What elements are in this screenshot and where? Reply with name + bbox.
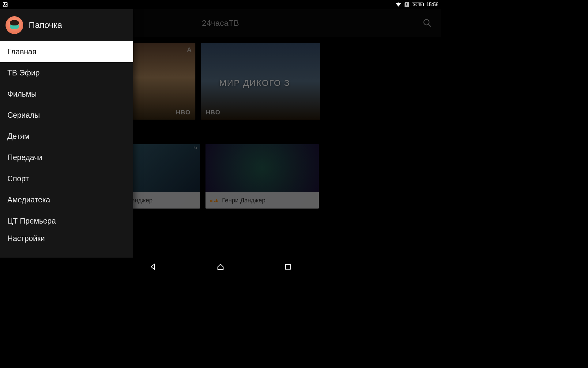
svg-rect-3 bbox=[406, 6, 407, 6]
drawer-item-label: Фильмы bbox=[7, 90, 37, 98]
drawer-item-settings[interactable]: Настройки bbox=[0, 232, 133, 247]
recent-apps-button[interactable] bbox=[282, 261, 294, 273]
drawer-item-programs[interactable]: Передачи bbox=[0, 147, 133, 168]
drawer-item-label: Спорт bbox=[7, 174, 29, 183]
drawer-list: Главная ТВ Эфир Фильмы Сериалы Детям Пер… bbox=[0, 41, 133, 258]
svg-point-1 bbox=[4, 3, 5, 4]
drawer-item-tv-live[interactable]: ТВ Эфир bbox=[0, 62, 133, 83]
drawer-item-sport[interactable]: Спорт bbox=[0, 168, 133, 189]
drawer-item-home[interactable]: Главная bbox=[0, 41, 133, 62]
drawer-item-movies[interactable]: Фильмы bbox=[0, 83, 133, 105]
drawer-item-label: Главная bbox=[7, 47, 36, 56]
avatar[interactable] bbox=[6, 16, 23, 34]
status-time: 15:58 bbox=[426, 2, 439, 7]
sd-card-warning-icon bbox=[405, 2, 409, 7]
drawer-username: Папочка bbox=[29, 20, 62, 30]
drawer-item-label: ЦТ Премьера bbox=[7, 217, 56, 225]
drawer-item-ct-premiere[interactable]: ЦТ Премьера bbox=[0, 210, 133, 232]
nav-drawer: Папочка Главная ТВ Эфир Фильмы Сериалы Д… bbox=[0, 9, 133, 258]
drawer-item-label: Передачи bbox=[7, 153, 42, 162]
svg-rect-6 bbox=[285, 264, 290, 269]
drawer-header[interactable]: Папочка bbox=[0, 9, 133, 41]
gallery-icon bbox=[2, 2, 8, 7]
back-button[interactable] bbox=[147, 261, 159, 273]
home-button[interactable] bbox=[214, 261, 227, 273]
drawer-item-label: ТВ Эфир bbox=[7, 68, 40, 77]
android-status-bar: 86 % 15:58 bbox=[0, 0, 441, 9]
wifi-icon bbox=[395, 2, 401, 7]
battery-indicator: 86 % bbox=[412, 2, 423, 7]
drawer-item-label: Детям bbox=[7, 132, 29, 141]
battery-text: 86 % bbox=[413, 2, 422, 7]
drawer-item-label: Амедиатека bbox=[7, 195, 50, 204]
drawer-item-series[interactable]: Сериалы bbox=[0, 105, 133, 126]
svg-rect-2 bbox=[406, 3, 407, 5]
drawer-item-label: Настройки bbox=[7, 234, 45, 243]
drawer-item-kids[interactable]: Детям bbox=[0, 126, 133, 147]
android-nav-bar bbox=[0, 258, 441, 276]
drawer-item-label: Сериалы bbox=[7, 111, 40, 120]
drawer-item-amediateka[interactable]: Амедиатека bbox=[0, 189, 133, 210]
